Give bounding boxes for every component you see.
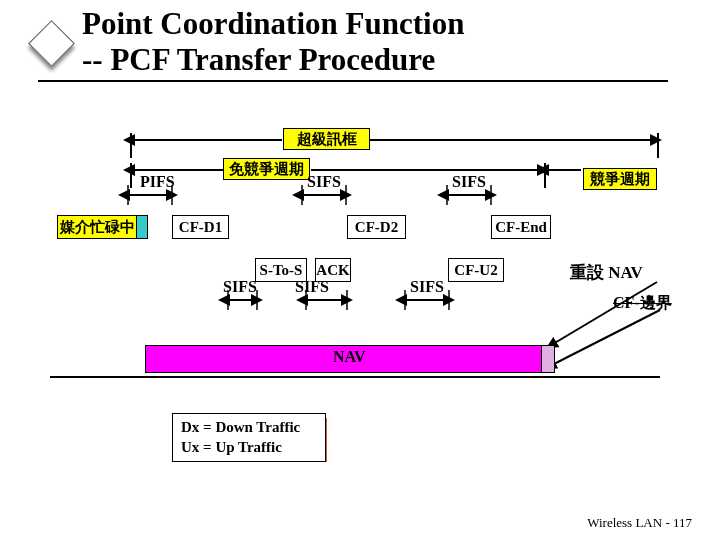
legend-line-1: Dx = Down Traffic [181,419,300,435]
slide-title: Point Coordination Function -- PCF Trans… [82,6,464,77]
label-sifs-5: SIFS [410,278,444,296]
label-pifs: PIFS [140,173,175,191]
label-sifs-4: SIFS [295,278,329,296]
label-sifs-3: SIFS [223,278,257,296]
label-superframe: 超級訊框 [283,128,370,150]
legend-line-2: Ux = Up Traffic [181,439,282,455]
label-reset-nav: 重設 NAV [570,261,643,284]
frame-cfu2: CF-U2 [448,258,504,282]
label-medium-busy: 媒介忙碌中 [57,215,137,239]
label-cf-boundary: CF-邊界 [613,293,672,314]
legend-box: Dx = Down Traffic Ux = Up Traffic [172,413,326,462]
svg-line-29 [552,310,660,365]
frame-cfd1: CF-D1 [172,215,229,239]
label-cf-period: 免競爭週期 [223,158,310,180]
title-line-2: -- PCF Transfer Procedure [82,42,435,77]
label-nav: NAV [333,348,366,366]
slide-footer: Wireless LAN - 117 [587,515,692,531]
label-sifs-2: SIFS [452,173,486,191]
title-bullet-diamond [28,20,75,67]
frame-cfd2: CF-D2 [347,215,406,239]
frame-cfend: CF-End [491,215,551,239]
label-contention-period: 競爭週期 [583,168,657,190]
label-sifs-1: SIFS [307,173,341,191]
nav-bar-end [541,345,555,373]
beacon-bar [136,215,148,239]
title-underline [38,80,668,82]
title-line-1: Point Coordination Function [82,6,464,41]
